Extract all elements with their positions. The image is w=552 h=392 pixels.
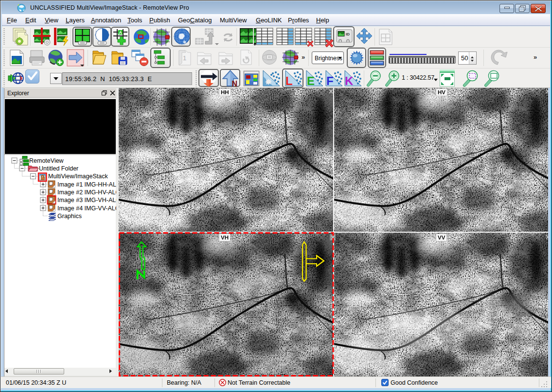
svg-text:1: 1: [183, 54, 186, 62]
svg-text:E: E: [307, 74, 315, 87]
svg-text:RemoteView: RemoteView: [29, 157, 64, 164]
svg-text:Image #2 IMG-HV-ALOS: Image #2 IMG-HV-ALOS: [57, 189, 116, 196]
svg-text:Image #4 IMG-VV-ALOS: Image #4 IMG-VV-ALOS: [57, 205, 116, 212]
svg-text:A: A: [119, 30, 123, 35]
svg-text:F: F: [326, 74, 334, 87]
svg-text:Graphics: Graphics: [57, 213, 82, 220]
svg-text:L: L: [285, 74, 293, 87]
svg-text:N: N: [232, 80, 238, 87]
svg-text:MultiView/ImageStack: MultiView/ImageStack: [48, 173, 108, 180]
svg-text:Untitled Folder: Untitled Folder: [39, 165, 78, 172]
svg-text:ID: ID: [346, 32, 350, 36]
svg-text:Image #1 IMG-HH-ALOS: Image #1 IMG-HH-ALOS: [57, 181, 116, 188]
svg-text:K: K: [345, 74, 354, 87]
svg-text:Image #3 IMG-VH-ALOS: Image #3 IMG-VH-ALOS: [57, 197, 116, 204]
